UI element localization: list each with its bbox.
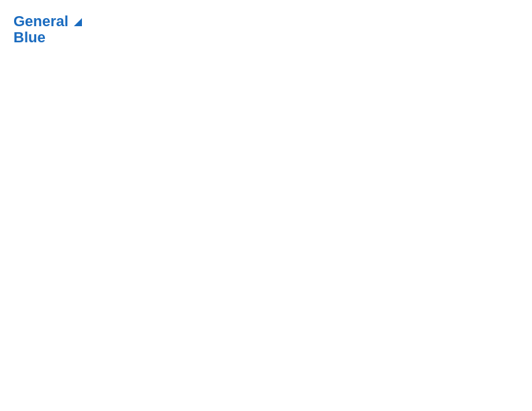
logo-icon xyxy=(70,14,85,29)
svg-marker-0 xyxy=(74,18,82,26)
logo-text-blue: Blue xyxy=(13,30,46,46)
logo: General Blue xyxy=(13,13,85,46)
logo-text-general: General xyxy=(13,13,69,30)
page-header: General Blue xyxy=(13,13,519,46)
